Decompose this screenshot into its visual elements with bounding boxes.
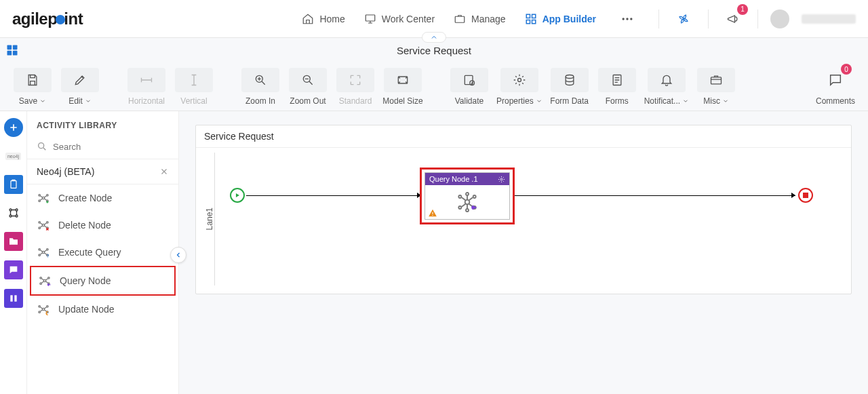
svg-point-32 xyxy=(47,195,49,197)
nav-app-builder[interactable]: App Builder xyxy=(525,13,596,25)
svg-rect-2 xyxy=(526,14,530,18)
activity-execute-query-label: Execute Query xyxy=(58,247,121,258)
nav-home[interactable]: Home xyxy=(302,13,344,25)
activity-create-node-label: Create Node xyxy=(58,193,112,203)
svg-point-19 xyxy=(566,75,574,79)
start-node[interactable] xyxy=(230,188,245,203)
rail-connector-icon[interactable] xyxy=(4,203,23,222)
announcements-button[interactable]: 1 xyxy=(721,7,745,31)
tool-model-size-label: Model Size xyxy=(382,96,422,106)
tool-validate[interactable]: Validate xyxy=(449,68,490,106)
rail-chat[interactable] xyxy=(4,260,23,279)
svg-point-54 xyxy=(39,311,41,313)
library-group[interactable]: Neo4j (BETA) xyxy=(27,159,178,184)
tool-forms[interactable]: Forms xyxy=(597,68,637,106)
svg-rect-3 xyxy=(532,14,535,18)
rail-clipboard[interactable] xyxy=(4,175,23,194)
end-node[interactable] xyxy=(798,188,813,203)
svg-point-36 xyxy=(39,222,41,224)
tool-properties-label: Properties xyxy=(496,96,534,106)
library-group-label: Neo4j (BETA) xyxy=(37,166,94,177)
svg-rect-22 xyxy=(11,181,16,189)
svg-point-25 xyxy=(9,215,12,217)
tool-properties[interactable]: Properties xyxy=(496,68,542,106)
svg-point-23 xyxy=(9,209,12,211)
search-input[interactable] xyxy=(53,142,169,152)
svg-rect-11 xyxy=(7,51,12,56)
tool-misc-label: Misc xyxy=(703,96,720,106)
svg-point-7 xyxy=(626,18,628,20)
svg-rect-21 xyxy=(711,77,722,84)
user-avatar[interactable] xyxy=(770,9,789,28)
tool-comments-label: Comments xyxy=(816,96,855,106)
tool-zoom-in[interactable]: Zoom In xyxy=(240,68,281,106)
tool-standard[interactable]: Standard xyxy=(335,68,376,106)
tool-model-size[interactable]: Model Size xyxy=(382,68,423,106)
divider xyxy=(658,9,659,28)
tool-horizontal[interactable]: Horizontal xyxy=(126,68,167,106)
sidebar-collapse-button[interactable] xyxy=(170,247,186,263)
nav-app-builder-label: App Builder xyxy=(542,14,596,24)
rail-neo4j[interactable]: neo4j xyxy=(4,146,23,165)
process-canvas[interactable]: Service Request Lane1 Query Node .1 xyxy=(195,125,852,294)
rail-add-button[interactable] xyxy=(4,118,23,137)
tool-vertical[interactable]: Vertical xyxy=(174,68,214,106)
divider xyxy=(757,9,758,28)
rail-columns[interactable] xyxy=(4,289,23,308)
svg-point-52 xyxy=(39,306,41,308)
query-node-icon xyxy=(38,274,52,288)
home-icon xyxy=(302,13,314,25)
tool-horizontal-label: Horizontal xyxy=(128,96,165,106)
tool-vertical-label: Vertical xyxy=(180,96,207,106)
svg-point-18 xyxy=(517,79,521,82)
activity-query-node[interactable]: Query Node xyxy=(30,266,176,296)
svg-rect-5 xyxy=(532,20,535,23)
svg-point-57 xyxy=(465,200,470,205)
tool-edit[interactable]: Edit xyxy=(60,68,100,106)
nav-work-center[interactable]: Work Center xyxy=(364,13,435,25)
close-icon[interactable] xyxy=(159,167,169,176)
delete-node-icon xyxy=(37,218,50,232)
tool-misc[interactable]: Misc xyxy=(696,68,736,106)
tool-notifications[interactable]: Notificat... xyxy=(644,68,689,106)
svg-point-49 xyxy=(40,283,42,285)
tool-zoom-out-label: Zoom Out xyxy=(290,96,326,106)
svg-rect-10 xyxy=(13,45,18,50)
lane[interactable]: Lane1 xyxy=(204,153,215,285)
update-node-icon xyxy=(37,302,50,316)
activity-create-node[interactable]: Create Node xyxy=(27,184,178,212)
tool-edit-label: Edit xyxy=(68,96,83,106)
canvas-activity-query-node[interactable]: Query Node .1 xyxy=(420,168,515,224)
tool-comments[interactable]: 0 Comments xyxy=(815,68,856,106)
gear-icon[interactable] xyxy=(498,176,505,183)
tool-save[interactable]: Save xyxy=(12,68,53,106)
arrow-icon xyxy=(791,193,795,198)
svg-point-6 xyxy=(623,18,625,20)
tool-forms-label: Forms xyxy=(606,96,629,106)
tool-zoom-out[interactable]: Zoom Out xyxy=(288,68,328,106)
warning-icon xyxy=(428,208,437,218)
apps-grid-icon[interactable] xyxy=(5,43,19,57)
svg-point-38 xyxy=(39,227,41,229)
svg-rect-27 xyxy=(10,295,12,301)
activity-execute-query[interactable]: ? Execute Query xyxy=(27,239,178,266)
tool-save-label: Save xyxy=(19,96,37,106)
svg-rect-0 xyxy=(366,15,375,21)
activity-delete-node-label: Delete Node xyxy=(58,220,111,231)
canvas-title: Service Request xyxy=(196,125,851,148)
svg-rect-1 xyxy=(455,16,465,22)
library-heading: ACTIVITY LIBRARY xyxy=(27,111,178,137)
pinwheel-button[interactable] xyxy=(671,7,696,31)
svg-point-37 xyxy=(47,222,49,224)
rail-folder[interactable] xyxy=(4,232,23,251)
tool-form-data[interactable]: Form Data xyxy=(549,68,590,106)
svg-point-48 xyxy=(48,277,50,279)
nav-more-button[interactable] xyxy=(615,7,639,31)
svg-point-59 xyxy=(473,195,476,198)
activity-delete-node[interactable]: Delete Node xyxy=(27,212,178,239)
activity-update-node[interactable]: Update Node xyxy=(27,296,178,323)
collapse-up-button[interactable] xyxy=(422,32,446,43)
nav-manage[interactable]: Manage xyxy=(454,13,506,25)
svg-point-31 xyxy=(39,195,41,197)
notification-badge: 1 xyxy=(737,4,748,15)
